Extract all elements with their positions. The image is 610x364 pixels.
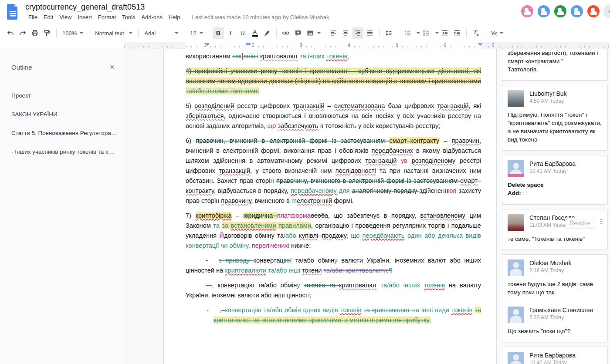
align-right-button[interactable] — [352, 27, 363, 39]
comment-text: те саме. "Токенів та токенів" — [508, 235, 602, 243]
increase-indent-button[interactable] — [451, 27, 463, 39]
chevron-down-icon[interactable] — [317, 32, 321, 34]
chevron-down-icon[interactable] — [417, 32, 420, 34]
italic-button[interactable]: I — [225, 27, 236, 39]
justify-button[interactable] — [364, 27, 376, 39]
collaborator-avatar-duck[interactable] — [586, 4, 600, 18]
close-icon[interactable]: × — [108, 62, 116, 72]
comment-card[interactable]: Рита Барбарова10:40 AM TodayReplace: “ї”… — [502, 347, 608, 364]
collaborator-avatar-bird[interactable] — [553, 4, 567, 18]
collaborator-avatar-dolphin[interactable] — [570, 4, 584, 18]
menu-edit[interactable]: Edit — [41, 13, 56, 22]
chevron-down-icon[interactable] — [435, 32, 439, 34]
comment-timestamp: 10:41 AM Today — [529, 168, 576, 175]
comment-card[interactable]: збереження вартості), токенами і смарт к… — [502, 49, 608, 81]
collaborator-avatar-hedgehog[interactable] — [520, 4, 534, 18]
app-header: cryptocurrency_general_draft0513 File Ed… — [0, 0, 610, 24]
comment-author: Рита Барбарова — [529, 352, 576, 359]
paragraph[interactable]: використанням токенів і криптовалют та і… — [186, 51, 481, 61]
paragraph[interactable]: -,–конвертацію та/або обмін одних видів … — [214, 305, 481, 325]
menu-bar: File Edit View Insert Format Tools Add-o… — [25, 13, 329, 22]
paragraph[interactable]: 7) криптобіржа – юридична платформаособа… — [186, 211, 481, 251]
menu-insert[interactable]: Insert — [75, 13, 95, 22]
chevron-down-icon — [80, 32, 83, 34]
align-center-button[interactable] — [340, 27, 351, 39]
ruler[interactable]: 1234567 — [124, 42, 610, 49]
comment-card[interactable]: Степан Госедло11:03 AM YesterdayResolveт… — [502, 209, 608, 250]
menu-addons[interactable]: Add-ons — [138, 13, 165, 22]
avatar — [508, 307, 524, 323]
bulleted-list-button[interactable] — [420, 27, 432, 39]
kebab-menu-icon[interactable] — [600, 219, 602, 220]
resolve-button[interactable]: Resolve — [565, 218, 595, 229]
text-color-button[interactable]: A — [249, 27, 261, 39]
menu-file[interactable]: File — [25, 13, 41, 22]
outline-item-inshyh[interactable]: - Інших учасників ринку токенів та к… — [11, 142, 116, 161]
comment-author: Oleksa Mushak — [529, 260, 571, 267]
avatar — [508, 160, 524, 177]
avatar — [508, 352, 524, 364]
comment-timestamp: 5:33 AM Today — [529, 314, 593, 321]
document-title[interactable]: cryptocurrency_general_draft0513 — [25, 2, 329, 12]
align-left-button[interactable] — [328, 27, 339, 39]
add-collaborator-button[interactable]: + — [603, 4, 610, 18]
numbered-list-button[interactable] — [402, 27, 413, 39]
right-indent-marker[interactable] — [478, 43, 482, 46]
menu-view[interactable]: View — [56, 13, 75, 22]
outline-panel: Outline × Проект ЗАКОН УКРАЇНИ Стаття 5.… — [0, 49, 124, 364]
comment-text: токени будуть ще 2 видів. саме тому поки… — [508, 280, 602, 297]
menu-help[interactable]: Help — [166, 13, 183, 22]
outline-title: Outline — [11, 64, 32, 71]
comment-text: Підтримую. Поняття "токен" і "криптовалю… — [508, 111, 602, 144]
toolbar: 100% Normal text Arial 12 B I U A Ук — [0, 24, 610, 42]
paragraph[interactable]: -з приводу конвертаціюї та/або обміну ва… — [186, 256, 481, 276]
outline-item-proekt[interactable]: Проект — [11, 86, 116, 105]
paragraph[interactable]: 6) правочин, вчинений в електронній форм… — [186, 136, 481, 206]
bold-button[interactable]: B — [213, 27, 224, 39]
avatar — [508, 90, 524, 107]
menu-tools[interactable]: Tools — [119, 13, 138, 22]
outline-item-zakon[interactable]: ЗАКОН УКРАЇНИ — [11, 105, 116, 124]
first-line-indent-marker[interactable] — [246, 43, 251, 45]
paragraph-style-select[interactable]: Normal text — [92, 27, 135, 39]
chevron-down-icon — [200, 32, 203, 34]
comments-panel: збереження вартості), токенами і смарт к… — [500, 49, 610, 364]
menu-format[interactable]: Format — [95, 13, 119, 22]
redo-button[interactable] — [17, 27, 28, 39]
undo-button[interactable] — [5, 27, 16, 39]
insert-link-button[interactable] — [280, 27, 291, 39]
comment-card[interactable]: Liubomyr Buk4:50 AM TodayПідтримую. Поня… — [502, 85, 608, 151]
comment-author: Рита Барбарова — [529, 160, 576, 168]
comment-text: Що значить "поки що"? — [508, 327, 602, 335]
last-edit-status[interactable]: Last edit was made 10 minutes ago by Ole… — [192, 14, 329, 20]
paragraph[interactable]: 4) професійні учасники ринку токенів і к… — [186, 66, 481, 96]
document-body[interactable]: використанням токенів і криптовалют та і… — [163, 49, 497, 364]
chevron-down-icon — [129, 32, 132, 34]
docs-logo-icon[interactable] — [6, 3, 19, 22]
paint-format-button[interactable] — [41, 27, 53, 39]
paragraph[interactable]: 5) розподілений реєстр цифрових транзакц… — [186, 101, 481, 131]
collaborator-avatar-cat[interactable] — [537, 4, 551, 18]
comment-text: збереження вартості), токенами і смарт к… — [508, 49, 602, 74]
outline-item-stattia5[interactable]: Стаття 5. Повноваження Регулятора… — [11, 124, 116, 142]
insert-comment-button[interactable] — [292, 27, 304, 39]
decrease-indent-button[interactable] — [439, 27, 451, 39]
input-language-select[interactable]: Ук — [488, 27, 506, 39]
font-size-select[interactable]: 12 — [187, 27, 205, 39]
comment-card[interactable]: Oleksa Mushak2:16 AM Todayтокени будуть … — [502, 254, 608, 342]
document-canvas: використанням токенів і криптовалют та і… — [124, 49, 500, 364]
paragraph[interactable]: —, конвертацію та/або обміну токенів та … — [186, 280, 481, 300]
underline-button[interactable]: U — [237, 27, 248, 39]
line-spacing-button[interactable] — [383, 27, 394, 39]
zoom-select[interactable]: 100% — [60, 27, 86, 39]
avatar — [508, 260, 524, 276]
print-button[interactable] — [29, 27, 41, 39]
comment-text: Delete space Add: “-” — [508, 181, 602, 198]
chevron-down-icon — [500, 32, 503, 34]
comment-card[interactable]: Рита Барбарова10:41 AM TodayDelete space… — [502, 155, 608, 205]
clear-formatting-button[interactable] — [470, 27, 481, 39]
highlight-color-button[interactable] — [261, 27, 273, 39]
font-family-select[interactable]: Arial — [142, 27, 181, 39]
insert-image-button[interactable] — [305, 27, 316, 39]
collaborator-avatars: + — [516, 4, 610, 18]
